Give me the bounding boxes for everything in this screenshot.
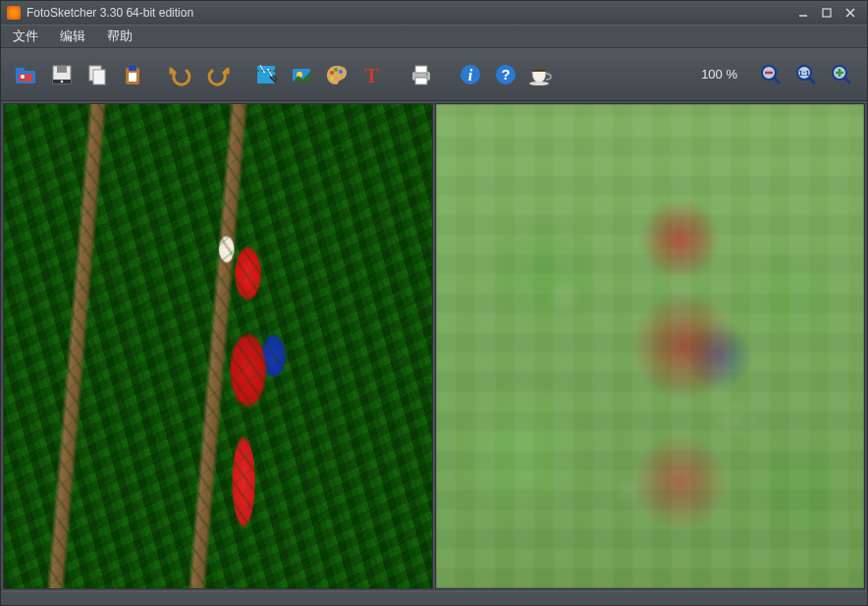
result-image bbox=[436, 104, 864, 588]
text-icon: T bbox=[361, 63, 383, 86]
app-icon bbox=[7, 6, 21, 20]
undo-icon bbox=[169, 63, 194, 86]
result-image-pane[interactable] bbox=[435, 103, 865, 589]
content-area bbox=[1, 101, 867, 591]
paste-button[interactable] bbox=[117, 59, 148, 90]
zoom-fit-icon: 1:1 bbox=[793, 62, 819, 87]
svg-rect-9 bbox=[57, 66, 67, 73]
svg-rect-13 bbox=[93, 70, 105, 84]
statusbar bbox=[1, 591, 867, 605]
palette-icon bbox=[324, 63, 350, 86]
save-button[interactable] bbox=[46, 59, 78, 90]
menu-help[interactable]: 帮助 bbox=[103, 26, 136, 47]
svg-point-7 bbox=[21, 75, 25, 79]
save-icon bbox=[50, 63, 74, 86]
zoom-label: 100 % bbox=[701, 67, 737, 82]
adjust-button[interactable] bbox=[286, 59, 317, 90]
titlebar: FotoSketcher 3.30 64-bit edition bbox=[1, 1, 867, 25]
print-button[interactable] bbox=[406, 59, 437, 90]
source-image-pane[interactable] bbox=[3, 103, 433, 589]
svg-point-35 bbox=[529, 82, 549, 85]
svg-rect-28 bbox=[415, 78, 427, 84]
svg-rect-1 bbox=[823, 9, 831, 17]
svg-rect-16 bbox=[129, 73, 136, 82]
redo-icon bbox=[204, 63, 230, 86]
adjust-icon bbox=[290, 63, 313, 86]
maximize-button[interactable] bbox=[816, 5, 838, 21]
svg-point-22 bbox=[334, 68, 338, 72]
svg-point-24 bbox=[330, 77, 334, 81]
info-icon: i bbox=[459, 63, 482, 86]
crop-button[interactable] bbox=[250, 59, 282, 90]
svg-rect-27 bbox=[415, 66, 427, 73]
svg-point-23 bbox=[339, 70, 343, 74]
menubar: 文件 编辑 帮助 bbox=[1, 25, 867, 48]
open-icon bbox=[14, 63, 39, 86]
svg-rect-17 bbox=[257, 66, 275, 83]
zoom-in-icon bbox=[829, 62, 854, 87]
crop-icon bbox=[254, 63, 278, 86]
toolbar: T i ? 100 % 1:1 bbox=[1, 48, 867, 101]
svg-line-43 bbox=[844, 78, 850, 83]
zoom-out-icon bbox=[758, 62, 784, 87]
zoom-in-button[interactable] bbox=[826, 59, 857, 90]
copy-icon bbox=[85, 63, 109, 86]
text-button[interactable]: T bbox=[356, 59, 388, 90]
window-title: FotoSketcher 3.30 64-bit edition bbox=[27, 6, 193, 20]
svg-line-40 bbox=[809, 78, 815, 83]
zoom-out-button[interactable] bbox=[755, 59, 787, 90]
redo-button[interactable] bbox=[201, 59, 233, 90]
svg-text:i: i bbox=[468, 67, 473, 83]
app-window: FotoSketcher 3.30 64-bit edition 文件 编辑 帮… bbox=[0, 0, 868, 606]
svg-text:1:1: 1:1 bbox=[798, 69, 810, 78]
help-button[interactable]: ? bbox=[490, 59, 521, 90]
svg-point-21 bbox=[330, 71, 334, 75]
minimize-button[interactable] bbox=[792, 5, 814, 21]
help-icon: ? bbox=[494, 63, 517, 86]
svg-point-11 bbox=[61, 80, 64, 83]
coffee-icon bbox=[528, 63, 554, 86]
donate-button[interactable] bbox=[525, 59, 557, 90]
menu-edit[interactable]: 编辑 bbox=[56, 26, 89, 47]
svg-rect-15 bbox=[129, 66, 136, 71]
svg-rect-5 bbox=[16, 68, 25, 73]
info-button[interactable]: i bbox=[455, 59, 486, 90]
source-image bbox=[4, 104, 432, 588]
svg-rect-6 bbox=[19, 74, 32, 82]
open-button[interactable] bbox=[11, 59, 42, 90]
zoom-fit-button[interactable]: 1:1 bbox=[790, 59, 822, 90]
svg-point-29 bbox=[426, 74, 428, 76]
print-icon bbox=[408, 63, 434, 86]
close-button[interactable] bbox=[840, 5, 861, 21]
palette-button[interactable] bbox=[321, 59, 353, 90]
svg-line-37 bbox=[774, 78, 780, 83]
undo-button[interactable] bbox=[166, 59, 197, 90]
paste-icon bbox=[121, 63, 144, 86]
menu-file[interactable]: 文件 bbox=[9, 26, 42, 47]
svg-text:T: T bbox=[364, 63, 379, 86]
svg-text:?: ? bbox=[501, 66, 510, 83]
copy-button[interactable] bbox=[81, 59, 113, 90]
